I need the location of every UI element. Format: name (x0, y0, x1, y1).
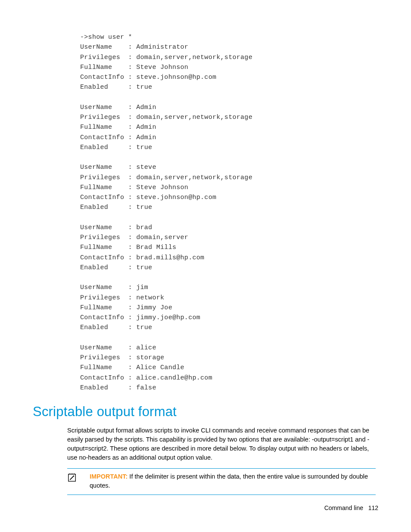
body-paragraph: Scriptable output format allows scripts … (67, 426, 376, 462)
page-footer: Command line 112 (324, 504, 378, 511)
cli-output-block: ->show user * UserName : Administrator P… (80, 32, 378, 393)
callout-body: If the delimiter is present within the d… (90, 473, 368, 489)
important-label: IMPORTANT: (90, 473, 128, 480)
footer-section: Command line (324, 504, 363, 511)
footer-page-number: 112 (368, 504, 378, 511)
callout-text: IMPORTANT: If the delimiter is present w… (90, 472, 376, 490)
section-heading: Scriptable output format (33, 404, 378, 420)
important-callout: IMPORTANT: If the delimiter is present w… (67, 468, 376, 495)
note-icon (67, 473, 77, 482)
document-page: ->show user * UserName : Administrator P… (0, 0, 411, 532)
